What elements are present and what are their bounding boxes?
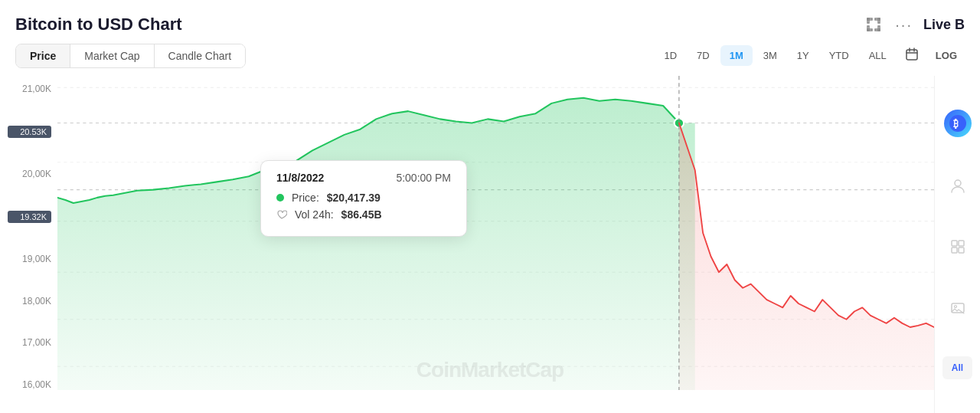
- header: Bitcoin to USD Chart ··· Live B: [0, 0, 980, 43]
- time-all[interactable]: ALL: [860, 45, 896, 66]
- price-value: $20,417.39: [327, 192, 381, 204]
- svg-rect-25: [959, 247, 964, 253]
- header-actions: ··· Live B: [863, 14, 965, 35]
- tabs-row: Price Market Cap Candle Chart 1D 7D 1M 3…: [0, 43, 980, 76]
- time-1d[interactable]: 1D: [655, 45, 686, 66]
- svg-rect-22: [952, 241, 957, 246]
- svg-rect-24: [952, 247, 957, 253]
- svg-rect-26: [952, 303, 964, 313]
- tooltip-vol-row: Vol 24h: $86.45B: [276, 208, 451, 221]
- price-dot: [276, 194, 284, 202]
- y-label-21k: 21,00K: [8, 84, 51, 94]
- svg-rect-5: [867, 26, 869, 31]
- tooltip-price-row: Price: $20,417.39: [276, 192, 451, 204]
- time-1m[interactable]: 1M: [720, 45, 753, 66]
- right-panel: ₿ All: [934, 76, 980, 413]
- expand-icon[interactable]: [863, 14, 884, 35]
- cmc-logo: ₿: [944, 110, 972, 137]
- y-label-20k: 20,00K: [8, 169, 51, 179]
- time-7d[interactable]: 7D: [688, 45, 719, 66]
- y-axis: 21,00K 20.53K 20,00K 19.32K 19,00K 18,00…: [0, 76, 57, 413]
- y-label-16k: 16,00K: [8, 379, 51, 390]
- svg-point-21: [955, 180, 961, 186]
- user-icon: [946, 173, 970, 198]
- y-label-17k: 17,00K: [8, 337, 51, 348]
- more-options-icon[interactable]: ···: [895, 16, 913, 34]
- svg-point-27: [954, 305, 956, 307]
- time-1y[interactable]: 1Y: [788, 45, 818, 66]
- chart-tooltip: 11/8/2022 5:00:00 PM Price: $20,417.39 V…: [260, 160, 467, 237]
- tab-market-cap[interactable]: Market Cap: [70, 44, 154, 67]
- chart-canvas: [57, 76, 934, 390]
- svg-rect-8: [906, 50, 917, 60]
- y-label-19k: 19,00K: [8, 254, 51, 264]
- svg-rect-23: [959, 241, 964, 246]
- calendar-button[interactable]: [897, 43, 926, 68]
- tooltip-header: 11/8/2022 5:00:00 PM: [276, 172, 451, 184]
- tab-price[interactable]: Price: [16, 44, 70, 67]
- vol-value: $86.45B: [341, 208, 382, 221]
- volume-heart-icon: [276, 209, 287, 220]
- y-label-2053k: 20.53K: [8, 126, 51, 138]
- tooltip-date: 11/8/2022: [276, 172, 324, 184]
- time-ytd[interactable]: YTD: [820, 45, 858, 66]
- svg-text:₿: ₿: [953, 118, 959, 129]
- time-3m[interactable]: 3M: [754, 45, 786, 66]
- expand-chart-icon[interactable]: [946, 234, 970, 259]
- price-label: Price:: [292, 192, 319, 204]
- y-label-18k: 18,00K: [8, 296, 51, 306]
- time-range-tabs: 1D 7D 1M 3M 1Y YTD ALL LOG: [655, 43, 965, 68]
- svg-rect-7: [878, 26, 880, 31]
- chart-area: 21,00K 20.53K 20,00K 19.32K 19,00K 18,00…: [0, 76, 980, 413]
- chart-type-tabs: Price Market Cap Candle Chart: [15, 44, 246, 68]
- log-button[interactable]: LOG: [928, 45, 965, 66]
- vol-label: Vol 24h:: [295, 208, 334, 221]
- live-label: Live B: [923, 17, 965, 33]
- tab-candle-chart[interactable]: Candle Chart: [155, 44, 246, 67]
- page-title: Bitcoin to USD Chart: [15, 15, 182, 34]
- all-button[interactable]: All: [942, 356, 972, 379]
- tooltip-time: 5:00:00 PM: [396, 172, 451, 184]
- svg-rect-1: [867, 18, 869, 23]
- svg-rect-3: [878, 18, 880, 23]
- y-label-1932k: 19.32K: [8, 211, 51, 223]
- image-icon[interactable]: [946, 296, 970, 320]
